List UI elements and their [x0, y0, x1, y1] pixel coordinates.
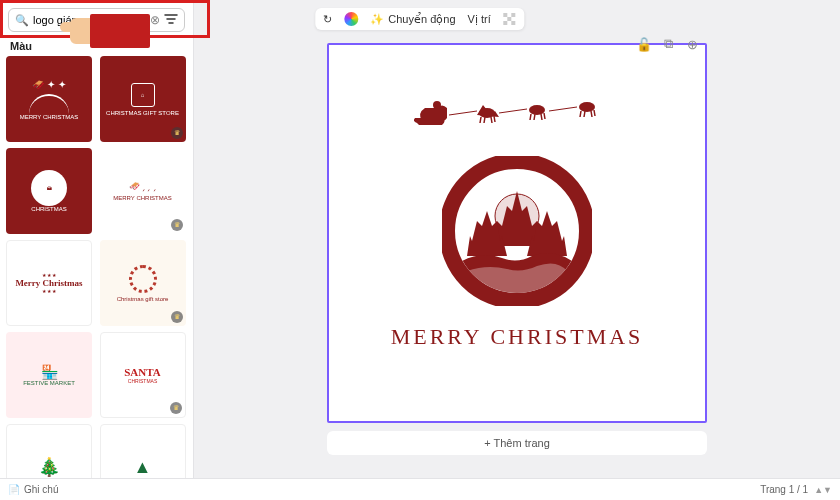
template-item[interactable]: SANTA CHRISTMAS ♛ [100, 332, 186, 418]
svg-point-5 [433, 101, 441, 109]
sleigh-reindeer-graphic[interactable] [407, 93, 627, 138]
premium-badge-icon: ♛ [171, 127, 183, 139]
search-icon: 🔍 [15, 14, 29, 27]
template-caption: CHRISTMAS [31, 206, 66, 212]
template-item[interactable]: 🛷 ✦ ✦ MERRY CHRISTMAS [6, 56, 92, 142]
notes-icon: 📄 [8, 484, 20, 495]
page-nav-arrows[interactable]: ▲▼ [814, 485, 832, 495]
elements-sidebar: 🔍 ⊗ Màu 🛷 ✦ ✦ MERRY CHRISTMAS ⌂ CHRISTMA… [0, 0, 194, 478]
templates-grid[interactable]: 🛷 ✦ ✦ MERRY CHRISTMAS ⌂ CHRISTMAS GIFT S… [0, 56, 193, 478]
design-canvas[interactable]: MERRY CHRISTMAS [327, 43, 707, 423]
premium-badge-icon: ♛ [171, 311, 183, 323]
filters-icon[interactable] [164, 13, 178, 28]
position-label: Vị trí [468, 13, 491, 26]
template-caption: MERRY CHRISTMAS [20, 114, 78, 120]
add-page-button[interactable]: + Thêm trang [327, 431, 707, 455]
template-caption: FESTIVE MARKET [23, 380, 75, 386]
premium-badge-icon: ♛ [170, 402, 182, 414]
sparkle-icon: ✨ [370, 13, 384, 26]
template-item[interactable]: 🛷 ˏ ˏ ˏ MERRY CHRISTMAS ♛ [100, 148, 186, 234]
color-button[interactable] [344, 12, 358, 26]
template-caption: MERRY CHRISTMAS [113, 195, 171, 201]
page-indicator: Trang 1 / 1 [760, 484, 808, 495]
search-bar[interactable]: 🔍 ⊗ [8, 8, 185, 32]
svg-rect-3 [504, 21, 508, 25]
add-page-icon[interactable]: ⊕ [684, 36, 700, 52]
svg-rect-0 [504, 13, 508, 17]
sleigh-icon: 🛷 ✦ ✦ [32, 79, 66, 90]
svg-point-8 [579, 102, 595, 112]
ornament-icon: 🏔 [31, 170, 67, 206]
search-container: 🔍 ⊗ [0, 0, 193, 40]
tree-icon: 🎄 [38, 456, 60, 478]
template-caption: CHRISTMAS GIFT STORE [106, 110, 179, 116]
color-wheel-icon [344, 12, 358, 26]
svg-point-7 [529, 105, 545, 115]
bottom-bar: 📄 Ghi chú Trang 1 / 1 ▲▼ [0, 478, 840, 500]
transparency-button[interactable] [503, 12, 517, 26]
svg-rect-1 [508, 17, 512, 21]
template-item[interactable]: Christmas gift store ♛ [100, 240, 186, 326]
floating-toolbar: ↻ ✨ Chuyển động Vị trí [315, 8, 524, 30]
template-item[interactable]: ⌂ CHRISTMAS GIFT STORE ♛ [100, 56, 186, 142]
template-caption: Merry Christmas [15, 278, 82, 288]
page-navigator: Trang 1 / 1 ▲▼ [760, 484, 832, 495]
canvas-main-text[interactable]: MERRY CHRISTMAS [391, 324, 644, 350]
svg-rect-4 [512, 21, 516, 25]
position-button[interactable]: Vị trí [468, 13, 491, 26]
notes-label: Ghi chú [24, 484, 58, 495]
template-item[interactable]: 🏪 FESTIVE MARKET [6, 332, 92, 418]
tree-icon: ▲ [134, 457, 152, 478]
template-caption: Christmas gift store [117, 296, 169, 302]
search-input[interactable] [33, 14, 146, 26]
lock-icon[interactable]: 🔓 [636, 36, 652, 52]
template-item[interactable]: ★ ★ ★ Merry Christmas ★ ★ ★ [6, 240, 92, 326]
animation-label: Chuyển động [388, 13, 455, 26]
template-item[interactable]: ▲ [100, 424, 186, 478]
canvas-area: MERRY CHRISTMAS + Thêm trang [194, 0, 840, 478]
animation-button[interactable]: ✨ Chuyển động [370, 13, 455, 26]
color-section-label: Màu [0, 40, 193, 56]
house-icon: ⌂ [131, 83, 155, 107]
sleigh-reindeer-icon: 🛷 ˏ ˏ ˏ [129, 181, 156, 191]
ornament-graphic[interactable] [442, 156, 592, 306]
svg-point-6 [479, 108, 495, 118]
transparency-icon [503, 12, 517, 26]
duplicate-icon[interactable]: ⧉ [660, 36, 676, 52]
page-actions: 🔓 ⧉ ⊕ [636, 36, 700, 52]
wreath-icon [129, 265, 157, 293]
market-stand-icon: 🏪 [41, 364, 58, 380]
undo-button[interactable]: ↻ [323, 13, 332, 26]
template-subcaption: CHRISTMAS [128, 378, 157, 384]
template-caption: SANTA [124, 366, 160, 378]
notes-button[interactable]: 📄 Ghi chú [8, 484, 58, 495]
premium-badge-icon: ♛ [171, 219, 183, 231]
template-item[interactable]: 🎄 [6, 424, 92, 478]
clear-search-icon[interactable]: ⊗ [150, 13, 160, 27]
template-item[interactable]: 🏔 CHRISTMAS [6, 148, 92, 234]
svg-rect-2 [512, 13, 516, 17]
